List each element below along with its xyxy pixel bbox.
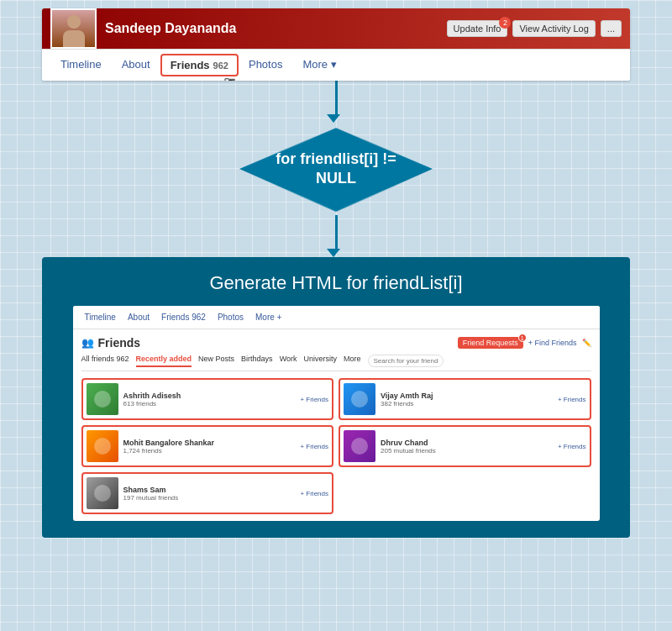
friend-detail-2: 382 friends	[381, 400, 553, 408]
arrow-head-2	[327, 249, 340, 257]
update-badge: 2	[499, 17, 511, 29]
friend-thumb-4	[344, 430, 375, 462]
friend-info-4: Dhruv Chand 205 mutual friends	[381, 439, 553, 455]
friend-card-3: Mohit Bangalore Shankar 1,724 friends + …	[81, 425, 334, 467]
friend-card-1: Ashrith Adisesh 613 friends + Friends	[81, 378, 334, 420]
tab-about[interactable]: About	[112, 51, 160, 79]
inner-fb-screenshot: Timeline About Friends 962 Photos More +…	[73, 306, 600, 521]
diamond-container: for friendlist[i] !=NULL	[227, 123, 445, 215]
teal-box: Generate HTML for friendList[i] Timeline…	[42, 257, 630, 538]
inner-friends-section: 👥 Friends Friend Requests 1 + Find Frien…	[73, 329, 600, 521]
sub-tab-newposts[interactable]: New Posts	[198, 355, 234, 367]
friend-add-btn-3[interactable]: + Friends	[300, 443, 328, 450]
friend-thumb-3	[87, 430, 118, 462]
friends-count: 962	[213, 60, 228, 71]
tab-photos[interactable]: Photos	[239, 51, 292, 79]
username-label: Sandeep Dayananda	[105, 21, 447, 36]
friend-card-2: Vijay Amth Raj 382 friends + Friends	[339, 378, 591, 420]
sub-tab-work[interactable]: Work	[280, 355, 297, 367]
friend-name-1: Ashrith Adisesh	[123, 392, 296, 400]
inner-fb-nav: Timeline About Friends 962 Photos More +	[73, 306, 600, 329]
friend-name-3: Mohit Bangalore Shankar	[123, 439, 296, 447]
tab-timeline[interactable]: Timeline	[50, 51, 112, 79]
sub-tab-university[interactable]: University	[303, 355, 337, 367]
inner-sub-nav: All friends 962 Recently added New Posts…	[81, 355, 591, 371]
inner-tab-photos[interactable]: Photos	[213, 309, 249, 325]
arrow-connector-2	[332, 215, 340, 257]
more-button[interactable]: ...	[601, 20, 622, 37]
arrow-head-1	[327, 114, 340, 123]
header-actions: Update Info 2 View Activity Log ...	[447, 20, 622, 37]
arrow-line-2	[335, 215, 338, 249]
arrow-connector-1	[332, 81, 340, 123]
arrow-line-1	[335, 81, 338, 114]
friend-detail-4: 205 mutual friends	[381, 447, 553, 455]
inner-tab-more[interactable]: More +	[250, 309, 286, 325]
friend-info-2: Vijay Amth Raj 382 friends	[381, 392, 553, 408]
sub-tab-more[interactable]: More	[344, 355, 361, 367]
friend-name-5: Shams Sam	[123, 486, 296, 494]
fb-cover: Sandeep Dayananda Update Info 2 View Act…	[42, 8, 630, 49]
inner-friends-title: 👥 Friends	[81, 336, 141, 350]
find-friends-btn[interactable]: + Find Friends	[528, 339, 577, 347]
friend-info-1: Ashrith Adisesh 613 friends	[123, 392, 296, 408]
sub-tab-recently[interactable]: Recently added	[136, 355, 192, 367]
friends-icon: 👥	[81, 337, 94, 349]
friend-add-btn-2[interactable]: + Friends	[558, 396, 586, 403]
friend-thumb-1	[87, 383, 118, 415]
cursor-icon: ☞	[223, 74, 235, 81]
activity-log-button[interactable]: View Activity Log	[512, 20, 595, 37]
search-friends-input[interactable]	[368, 355, 444, 367]
inner-tab-about[interactable]: About	[123, 309, 155, 325]
friend-thumb-5	[87, 477, 118, 509]
sub-tab-birthdays[interactable]: Birthdays	[241, 355, 273, 367]
friend-detail-3: 1,724 friends	[123, 447, 296, 455]
edit-icon[interactable]: ✏️	[582, 339, 591, 347]
sub-tab-all[interactable]: All friends 962	[81, 355, 129, 367]
friend-requests-btn[interactable]: Friend Requests 1	[458, 337, 523, 349]
friend-info-5: Shams Sam 197 mutual friends	[123, 486, 296, 502]
friend-info-3: Mohit Bangalore Shankar 1,724 friends	[123, 439, 296, 455]
teal-box-title: Generate HTML for friendList[i]	[59, 272, 613, 294]
tab-friends[interactable]: Friends 962 ☞	[160, 54, 239, 76]
tab-more[interactable]: More ▾	[292, 51, 346, 79]
friend-add-btn-1[interactable]: + Friends	[300, 396, 328, 403]
friend-detail-5: 197 mutual friends	[123, 494, 296, 502]
diamond-text: for friendlist[i] !=NULL	[252, 150, 420, 189]
fb-header-card: Sandeep Dayananda Update Info 2 View Act…	[42, 8, 630, 81]
update-info-button[interactable]: Update Info 2	[447, 20, 508, 37]
fb-nav: Timeline About Friends 962 ☞ Photos More…	[42, 49, 630, 81]
page-wrapper: Sandeep Dayananda Update Info 2 View Act…	[0, 0, 672, 631]
friend-add-btn-5[interactable]: + Friends	[300, 490, 328, 497]
friend-detail-1: 613 friends	[123, 400, 296, 408]
inner-tab-friends[interactable]: Friends 962	[156, 309, 211, 325]
avatar	[50, 8, 97, 49]
friend-card-5: Shams Sam 197 mutual friends + Friends	[81, 472, 334, 514]
inner-tab-timeline[interactable]: Timeline	[80, 309, 121, 325]
friends-grid: Ashrith Adisesh 613 friends + Friends Vi…	[81, 378, 591, 514]
friend-name-2: Vijay Amth Raj	[381, 392, 553, 400]
friend-add-btn-4[interactable]: + Friends	[558, 443, 586, 450]
inner-friends-actions: Friend Requests 1 + Find Friends ✏️	[458, 337, 591, 349]
friend-card-4: Dhruv Chand 205 mutual friends + Friends	[339, 425, 591, 467]
inner-friends-header: 👥 Friends Friend Requests 1 + Find Frien…	[81, 336, 591, 350]
friend-thumb-2	[344, 383, 375, 415]
friend-name-4: Dhruv Chand	[381, 439, 553, 447]
